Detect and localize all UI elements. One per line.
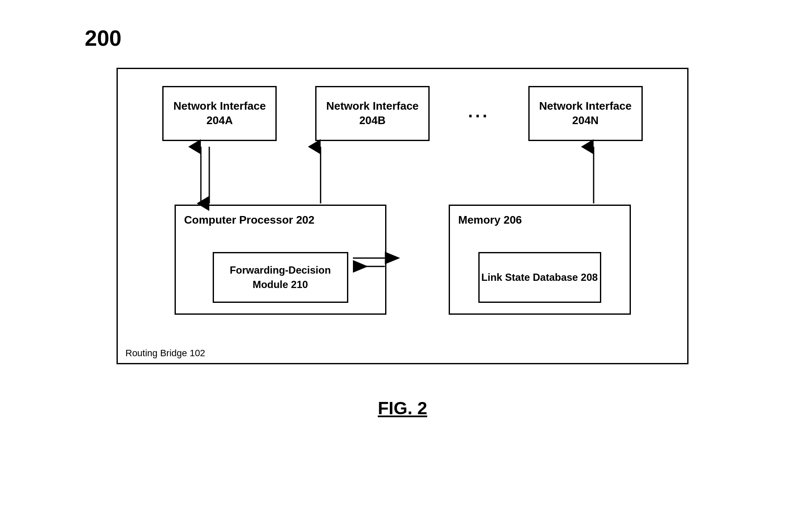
- processor-label: Computer Processor 202: [184, 213, 315, 227]
- figure-caption: FIG. 2: [378, 398, 427, 418]
- memory-box: Memory 206 Link State Database 208: [449, 205, 631, 315]
- memory-label: Memory 206: [458, 213, 522, 227]
- network-interface-204b: Network Interface 204B: [315, 86, 430, 141]
- ellipsis: ...: [468, 102, 490, 125]
- forwarding-decision-module: Forwarding-Decision Module 210: [213, 252, 348, 303]
- routing-bridge-label: Routing Bridge 102: [125, 348, 205, 359]
- page-container: 200 Network Interface 204A Network Inter…: [0, 0, 805, 532]
- network-interface-204a: Network Interface 204A: [162, 86, 277, 141]
- processor-box: Computer Processor 202 Forwarding-Decisi…: [175, 205, 386, 315]
- interfaces-row: Network Interface 204A Network Interface…: [118, 86, 687, 141]
- link-state-database: Link State Database 208: [478, 252, 601, 303]
- lower-row: Computer Processor 202 Forwarding-Decisi…: [118, 205, 687, 315]
- diagram-number: 200: [85, 25, 122, 51]
- outer-box: Network Interface 204A Network Interface…: [117, 68, 688, 364]
- network-interface-204n: Network Interface 204N: [528, 86, 643, 141]
